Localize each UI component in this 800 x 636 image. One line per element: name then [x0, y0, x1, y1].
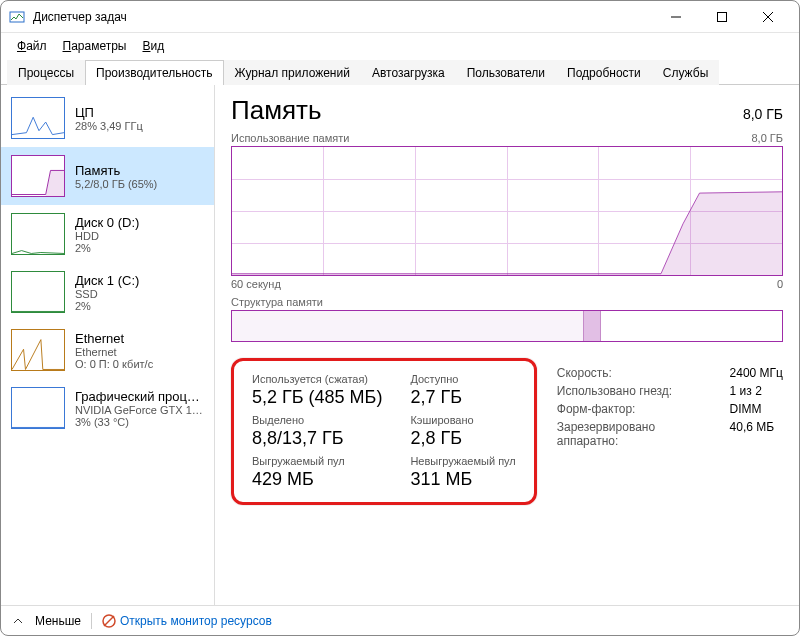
- form-key: Форм-фактор:: [557, 402, 718, 416]
- sidebar-item-ethernet[interactable]: Ethernet Ethernet О: 0 П: 0 кбит/с: [1, 321, 214, 379]
- app-icon: [9, 9, 25, 25]
- tab-details[interactable]: Подробности: [556, 60, 652, 85]
- divider: [91, 613, 92, 629]
- svg-line-8: [104, 616, 114, 626]
- disk1-thumbnail: [11, 271, 65, 313]
- disk0-label: Диск 0 (D:): [75, 215, 204, 230]
- ethernet-sub1: Ethernet: [75, 346, 204, 358]
- ethernet-sub2: О: 0 П: 0 кбит/с: [75, 358, 204, 370]
- disk0-sub1: HDD: [75, 230, 204, 242]
- tab-processes[interactable]: Процессы: [7, 60, 85, 85]
- committed-label: Выделено: [252, 414, 382, 426]
- disk0-sub2: 2%: [75, 242, 204, 254]
- tab-startup[interactable]: Автозагрузка: [361, 60, 456, 85]
- fewer-details-button[interactable]: Меньше: [35, 614, 81, 628]
- disk1-label: Диск 1 (C:): [75, 273, 204, 288]
- cached-label: Кэшировано: [410, 414, 515, 426]
- memory-stats-highlight: Используется (сжатая) 5,2 ГБ (485 МБ) До…: [231, 358, 537, 505]
- memory-usage-chart: [231, 146, 783, 276]
- slots-value: 1 из 2: [730, 384, 783, 398]
- disk0-thumbnail: [11, 213, 65, 255]
- memory-composition-bar: [231, 310, 783, 342]
- speed-key: Скорость:: [557, 366, 718, 380]
- disk1-sub2: 2%: [75, 300, 204, 312]
- page-title: Память: [231, 95, 322, 126]
- svg-marker-6: [232, 192, 782, 275]
- memory-sub: 5,2/8,0 ГБ (65%): [75, 178, 204, 190]
- sidebar-item-disk1[interactable]: Диск 1 (C:) SSD 2%: [1, 263, 214, 321]
- in-use-value: 5,2 ГБ (485 МБ): [252, 387, 382, 408]
- in-use-label: Используется (сжатая): [252, 373, 382, 385]
- resource-monitor-label: Открыть монитор ресурсов: [120, 614, 272, 628]
- composition-label: Структура памяти: [231, 296, 783, 308]
- minimize-button[interactable]: [653, 1, 699, 33]
- resource-monitor-icon: [102, 614, 116, 628]
- tab-performance[interactable]: Производительность: [85, 60, 223, 85]
- sidebar-item-gpu[interactable]: Графический процессор 0 NVIDIA GeForce G…: [1, 379, 214, 437]
- paged-value: 429 МБ: [252, 469, 382, 490]
- tab-users[interactable]: Пользователи: [456, 60, 556, 85]
- gpu-label: Графический процессор 0: [75, 389, 204, 404]
- paged-label: Выгружаемый пул: [252, 455, 382, 467]
- cpu-sub: 28% 3,49 ГГц: [75, 120, 204, 132]
- maximize-button[interactable]: [699, 1, 745, 33]
- cpu-label: ЦП: [75, 105, 204, 120]
- sidebar-item-cpu[interactable]: ЦП 28% 3,49 ГГц: [1, 89, 214, 147]
- disk1-sub1: SSD: [75, 288, 204, 300]
- svg-marker-5: [46, 170, 64, 196]
- available-label: Доступно: [410, 373, 515, 385]
- window-title: Диспетчер задач: [33, 10, 653, 24]
- menu-view[interactable]: Вид: [134, 35, 172, 57]
- chart-x-right: 0: [777, 278, 783, 290]
- sidebar: ЦП 28% 3,49 ГГц Память 5,2/8,0 ГБ (65%): [1, 85, 215, 605]
- tab-app-history[interactable]: Журнал приложений: [224, 60, 361, 85]
- close-button[interactable]: [745, 1, 791, 33]
- total-memory: 8,0 ГБ: [743, 106, 783, 122]
- menubar: Файл Параметры Вид: [1, 33, 799, 59]
- nonpaged-label: Невыгружаемый пул: [410, 455, 515, 467]
- open-resource-monitor-link[interactable]: Открыть монитор ресурсов: [102, 614, 272, 628]
- titlebar: Диспетчер задач: [1, 1, 799, 33]
- hw-key: Зарезервировано аппаратно:: [557, 420, 718, 448]
- menu-options[interactable]: Параметры: [55, 35, 135, 57]
- gpu-sub2: 3% (33 °C): [75, 416, 204, 428]
- menu-file[interactable]: Файл: [9, 35, 55, 57]
- gpu-sub1: NVIDIA GeForce GTX 1050: [75, 404, 204, 416]
- memory-thumbnail: [11, 155, 65, 197]
- svg-rect-2: [718, 12, 727, 21]
- sidebar-item-disk0[interactable]: Диск 0 (D:) HDD 2%: [1, 205, 214, 263]
- gpu-thumbnail: [11, 387, 65, 429]
- system-info: Скорость: 2400 МГц Использовано гнезд: 1…: [557, 358, 783, 505]
- usage-label: Использование памяти: [231, 132, 349, 144]
- window-controls: [653, 1, 791, 33]
- ethernet-thumbnail: [11, 329, 65, 371]
- available-value: 2,7 ГБ: [410, 387, 515, 408]
- footer: Меньше Открыть монитор ресурсов: [1, 605, 799, 635]
- chart-x-left: 60 секунд: [231, 278, 281, 290]
- sidebar-item-memory[interactable]: Память 5,2/8,0 ГБ (65%): [1, 147, 214, 205]
- cached-value: 2,8 ГБ: [410, 428, 515, 449]
- chevron-up-icon[interactable]: [11, 616, 25, 626]
- cpu-thumbnail: [11, 97, 65, 139]
- nonpaged-value: 311 МБ: [410, 469, 515, 490]
- hw-value: 40,6 МБ: [730, 420, 783, 448]
- form-value: DIMM: [730, 402, 783, 416]
- slots-key: Использовано гнезд:: [557, 384, 718, 398]
- ethernet-label: Ethernet: [75, 331, 204, 346]
- content-area: ЦП 28% 3,49 ГГц Память 5,2/8,0 ГБ (65%): [1, 85, 799, 605]
- speed-value: 2400 МГц: [730, 366, 783, 380]
- committed-value: 8,8/13,7 ГБ: [252, 428, 382, 449]
- task-manager-window: Диспетчер задач Файл Параметры Вид Проце…: [0, 0, 800, 636]
- tab-bar: Процессы Производительность Журнал прило…: [1, 59, 799, 85]
- memory-label: Память: [75, 163, 204, 178]
- usage-max: 8,0 ГБ: [751, 132, 783, 144]
- main-panel: Память 8,0 ГБ Использование памяти 8,0 Г…: [215, 85, 799, 605]
- tab-services[interactable]: Службы: [652, 60, 719, 85]
